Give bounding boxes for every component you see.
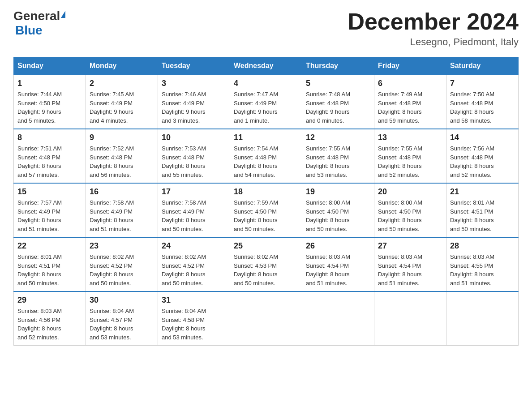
calendar-cell: 20Sunrise: 8:00 AMSunset: 4:50 PMDayligh… [374, 183, 446, 237]
day-info: Sunrise: 7:49 AMSunset: 4:48 PMDaylight:… [378, 90, 442, 125]
day-number: 6 [378, 79, 442, 88]
day-number: 13 [378, 133, 442, 142]
day-info: Sunrise: 8:03 AMSunset: 4:56 PMDaylight:… [17, 307, 82, 342]
day-number: 10 [162, 133, 226, 142]
calendar-table: SundayMondayTuesdayWednesdayThursdayFrid… [13, 57, 519, 346]
day-number: 11 [234, 133, 298, 142]
calendar-cell: 15Sunrise: 7:57 AMSunset: 4:49 PMDayligh… [14, 183, 86, 237]
calendar-cell: 26Sunrise: 8:03 AMSunset: 4:54 PMDayligh… [302, 237, 374, 291]
day-info: Sunrise: 7:57 AMSunset: 4:49 PMDaylight:… [17, 198, 82, 233]
calendar-cell: 29Sunrise: 8:03 AMSunset: 4:56 PMDayligh… [14, 291, 86, 346]
day-number: 29 [17, 295, 82, 305]
calendar-cell: 3Sunrise: 7:46 AMSunset: 4:49 PMDaylight… [158, 75, 230, 129]
calendar-cell: 28Sunrise: 8:03 AMSunset: 4:55 PMDayligh… [446, 237, 519, 291]
day-info: Sunrise: 7:55 AMSunset: 4:48 PMDaylight:… [306, 144, 370, 179]
day-number: 21 [450, 187, 515, 197]
day-number: 23 [90, 241, 154, 251]
day-info: Sunrise: 8:00 AMSunset: 4:50 PMDaylight:… [306, 198, 370, 233]
day-info: Sunrise: 7:48 AMSunset: 4:48 PMDaylight:… [306, 90, 370, 125]
calendar-cell [230, 291, 302, 346]
calendar-cell: 14Sunrise: 7:56 AMSunset: 4:48 PMDayligh… [446, 129, 519, 183]
day-info: Sunrise: 8:01 AMSunset: 4:51 PMDaylight:… [450, 198, 515, 233]
day-info: Sunrise: 8:02 AMSunset: 4:52 PMDaylight:… [162, 253, 226, 287]
day-number: 25 [234, 241, 298, 251]
day-number: 7 [450, 79, 515, 88]
calendar-cell: 1Sunrise: 7:44 AMSunset: 4:50 PMDaylight… [14, 75, 86, 129]
calendar-cell: 10Sunrise: 7:53 AMSunset: 4:48 PMDayligh… [158, 129, 230, 183]
day-number: 4 [234, 79, 298, 88]
calendar-cell: 30Sunrise: 8:04 AMSunset: 4:57 PMDayligh… [86, 291, 158, 346]
calendar-cell: 22Sunrise: 8:01 AMSunset: 4:51 PMDayligh… [14, 237, 86, 291]
day-info: Sunrise: 7:44 AMSunset: 4:50 PMDaylight:… [17, 90, 82, 125]
day-number: 9 [90, 133, 154, 142]
calendar-cell: 4Sunrise: 7:47 AMSunset: 4:49 PMDaylight… [230, 75, 302, 129]
logo-general-text: General [13, 9, 60, 23]
header-thursday: Thursday [302, 57, 374, 75]
day-info: Sunrise: 7:45 AMSunset: 4:49 PMDaylight:… [90, 90, 154, 125]
day-number: 16 [90, 187, 154, 197]
calendar-cell: 6Sunrise: 7:49 AMSunset: 4:48 PMDaylight… [374, 75, 446, 129]
day-info: Sunrise: 8:03 AMSunset: 4:55 PMDaylight:… [450, 253, 515, 287]
calendar-cell: 9Sunrise: 7:52 AMSunset: 4:48 PMDaylight… [86, 129, 158, 183]
day-number: 19 [306, 187, 370, 197]
day-info: Sunrise: 7:58 AMSunset: 4:49 PMDaylight:… [90, 198, 154, 233]
day-number: 2 [90, 79, 154, 88]
month-title: December 2024 [348, 9, 519, 34]
calendar-cell: 19Sunrise: 8:00 AMSunset: 4:50 PMDayligh… [302, 183, 374, 237]
day-number: 17 [162, 187, 226, 197]
calendar-week-4: 22Sunrise: 8:01 AMSunset: 4:51 PMDayligh… [14, 237, 519, 291]
day-info: Sunrise: 7:55 AMSunset: 4:48 PMDaylight:… [378, 144, 442, 179]
location-subtitle: Lesegno, Piedmont, Italy [348, 36, 519, 48]
calendar-cell: 18Sunrise: 7:59 AMSunset: 4:50 PMDayligh… [230, 183, 302, 237]
day-info: Sunrise: 8:02 AMSunset: 4:52 PMDaylight:… [90, 253, 154, 287]
calendar-title-area: December 2024 Lesegno, Piedmont, Italy [348, 9, 519, 48]
calendar-cell: 24Sunrise: 8:02 AMSunset: 4:52 PMDayligh… [158, 237, 230, 291]
day-info: Sunrise: 7:53 AMSunset: 4:48 PMDaylight:… [162, 144, 226, 179]
calendar-cell: 27Sunrise: 8:03 AMSunset: 4:54 PMDayligh… [374, 237, 446, 291]
day-info: Sunrise: 7:51 AMSunset: 4:48 PMDaylight:… [17, 144, 82, 179]
day-info: Sunrise: 8:04 AMSunset: 4:57 PMDaylight:… [90, 307, 154, 342]
day-number: 31 [162, 295, 226, 305]
calendar-cell [302, 291, 374, 346]
day-info: Sunrise: 7:46 AMSunset: 4:49 PMDaylight:… [162, 90, 226, 125]
calendar-cell: 11Sunrise: 7:54 AMSunset: 4:48 PMDayligh… [230, 129, 302, 183]
day-info: Sunrise: 7:59 AMSunset: 4:50 PMDaylight:… [234, 198, 298, 233]
calendar-cell: 5Sunrise: 7:48 AMSunset: 4:48 PMDaylight… [302, 75, 374, 129]
day-number: 22 [17, 241, 82, 251]
day-info: Sunrise: 8:01 AMSunset: 4:51 PMDaylight:… [17, 253, 82, 287]
day-number: 3 [162, 79, 226, 88]
day-info: Sunrise: 8:02 AMSunset: 4:53 PMDaylight:… [234, 253, 298, 287]
day-number: 28 [450, 241, 515, 251]
calendar-week-5: 29Sunrise: 8:03 AMSunset: 4:56 PMDayligh… [14, 291, 519, 346]
day-number: 14 [450, 133, 515, 142]
day-number: 5 [306, 79, 370, 88]
calendar-cell: 7Sunrise: 7:50 AMSunset: 4:48 PMDaylight… [446, 75, 519, 129]
logo-blue-text: Blue [15, 23, 65, 38]
page-header: General Blue December 2024 Lesegno, Pied… [13, 9, 519, 48]
calendar-cell: 21Sunrise: 8:01 AMSunset: 4:51 PMDayligh… [446, 183, 519, 237]
day-number: 24 [162, 241, 226, 251]
calendar-week-2: 8Sunrise: 7:51 AMSunset: 4:48 PMDaylight… [14, 129, 519, 183]
day-info: Sunrise: 8:03 AMSunset: 4:54 PMDaylight:… [378, 253, 442, 287]
day-number: 27 [378, 241, 442, 251]
calendar-cell: 2Sunrise: 7:45 AMSunset: 4:49 PMDaylight… [86, 75, 158, 129]
day-info: Sunrise: 7:56 AMSunset: 4:48 PMDaylight:… [450, 144, 515, 179]
day-number: 20 [378, 187, 442, 197]
header-sunday: Sunday [14, 57, 86, 75]
calendar-cell: 8Sunrise: 7:51 AMSunset: 4:48 PMDaylight… [14, 129, 86, 183]
day-number: 26 [306, 241, 370, 251]
header-friday: Friday [374, 57, 446, 75]
header-monday: Monday [86, 57, 158, 75]
logo: General Blue [13, 9, 65, 38]
header-saturday: Saturday [446, 57, 519, 75]
calendar-cell: 13Sunrise: 7:55 AMSunset: 4:48 PMDayligh… [374, 129, 446, 183]
logo-triangle-icon [61, 11, 65, 18]
calendar-cell [374, 291, 446, 346]
day-number: 12 [306, 133, 370, 142]
calendar-cell [446, 291, 519, 346]
header-tuesday: Tuesday [158, 57, 230, 75]
calendar-cell: 25Sunrise: 8:02 AMSunset: 4:53 PMDayligh… [230, 237, 302, 291]
day-number: 30 [90, 295, 154, 305]
day-info: Sunrise: 8:04 AMSunset: 4:58 PMDaylight:… [162, 307, 226, 342]
day-info: Sunrise: 7:52 AMSunset: 4:48 PMDaylight:… [90, 144, 154, 179]
